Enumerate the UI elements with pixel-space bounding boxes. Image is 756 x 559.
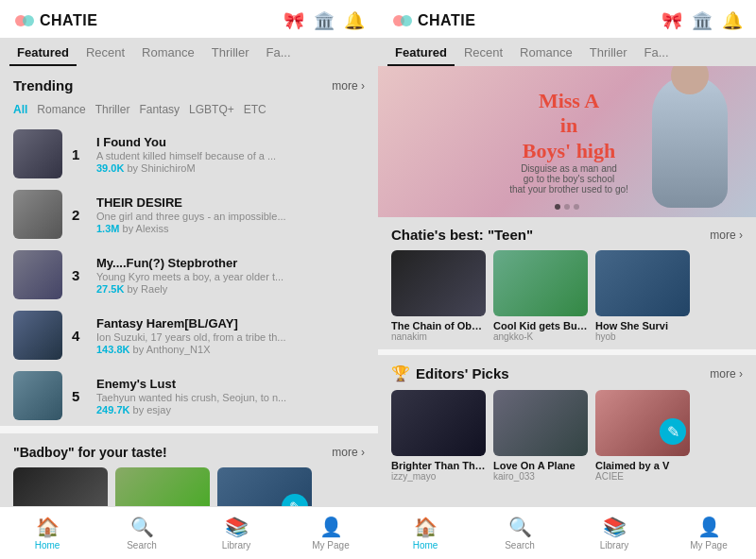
svg-point-1 [23,15,34,26]
hero-banner[interactable]: Miss AinBoys' high Disguise as a man and… [378,66,756,217]
mypage-label-right: My Page [690,540,727,551]
item-1-count: 39.0K [96,162,124,174]
tab-recent-left[interactable]: Recent [78,38,132,65]
chatie-logo-icon [13,9,36,32]
trending-item-4[interactable]: 4 Fantasy Harem[BL/GAY] Ion Suzuki, 17 y… [0,305,378,365]
item-3-count: 27.5K [96,283,124,295]
editors-book-1[interactable]: Brighter Than The... izzy_mayo [391,390,486,482]
tab-thriller-left[interactable]: Thriller [204,38,257,65]
dot-2[interactable] [564,204,570,210]
library-label-left: Library [222,540,251,551]
tab-more-right[interactable]: Fa... [636,38,676,65]
trending-more[interactable]: more › [332,79,365,93]
thumb-4 [13,311,62,360]
best-title-2: Cool Kid gets Bull... [493,320,588,331]
item-2-meta: 1.3M by Alexiss [96,223,365,234]
item-2-title: THEIR DESIRE [96,195,365,210]
best-more[interactable]: more › [710,229,743,242]
tab-featured-right[interactable]: Featured [387,38,455,65]
trending-item-2[interactable]: 2 THEIR DESIRE One girl and three guys -… [0,184,378,245]
bell-icon[interactable]: 🔔 [344,10,365,31]
library-icon-left: 📚 [225,516,249,538]
item-1-desc: A student killed himself because of a ..… [96,150,365,161]
best-title: Chatie's best: "Teen" [391,227,533,243]
dot-3[interactable] [574,204,579,210]
nav-search-right[interactable]: 🔍 Search [472,516,567,551]
nav-library-left[interactable]: 📚 Library [189,516,284,551]
left-bottom-nav: 🏠 Home 🔍 Search 📚 Library 👤 My Page [0,506,378,559]
hero-dots [555,204,579,210]
nav-home-left[interactable]: 🏠 Home [0,516,94,551]
best-cover-1 [391,250,486,316]
item-1-author: by ShinichiroM [127,162,195,174]
hero-text-area: Miss AinBoys' high Disguise as a man and… [378,79,756,204]
best-author-1: nanakim [391,331,486,342]
nav-mypage-left[interactable]: 👤 My Page [284,516,378,551]
item-3-desc: Young Kyro meets a boy, a year older t..… [96,271,365,282]
item-2-desc: One girl and three guys - an impossible.… [96,211,365,222]
right-header: CHATIE 🎀 🏛️ 🔔 [378,0,756,38]
nav-home-right[interactable]: 🏠 Home [378,516,472,551]
store-icon[interactable]: 🏛️ [314,10,335,31]
best-book-1[interactable]: The Chain of Obs... nanakim [391,250,486,342]
rank-1: 1 [72,146,87,162]
nav-library-right[interactable]: 📚 Library [567,516,662,551]
dot-1[interactable] [555,204,560,210]
editors-more[interactable]: more › [710,367,743,381]
tab-featured-left[interactable]: Featured [9,38,77,65]
rank-5: 5 [72,388,87,404]
add-button-right[interactable]: ✎ [660,418,686,445]
trending-item-5[interactable]: 5 Enemy's Lust Taehyun wanted his crush,… [0,365,378,426]
library-label-right: Library [600,540,629,551]
nav-mypage-right[interactable]: 👤 My Page [662,516,756,551]
item-5-title: Enemy's Lust [96,377,365,391]
gift-icon[interactable]: 🎀 [284,10,304,31]
editors-title: Editors' Picks [416,365,509,381]
tab-more-left[interactable]: Fa... [258,38,298,65]
item-5-info: Enemy's Lust Taehyun wanted his crush, S… [96,377,365,415]
item-3-meta: 27.5K by Raely [96,283,365,295]
filter-lgbtq[interactable]: LGBTQ+ [189,103,234,116]
filter-thriller[interactable]: Thriller [95,103,130,116]
rank-2: 2 [72,207,87,223]
home-label-right: Home [413,540,438,551]
best-section: Chatie's best: "Teen" more › The Chain o… [378,217,756,349]
tab-romance-right[interactable]: Romance [512,38,580,65]
item-4-title: Fantasy Harem[BL/GAY] [96,316,365,330]
mypage-icon-right: 👤 [697,516,721,538]
left-logo-text: CHATIE [40,12,97,29]
rank-3: 3 [72,267,87,283]
filter-etc[interactable]: ETC [244,103,266,116]
filter-romance[interactable]: Romance [37,103,85,116]
trending-item-1[interactable]: 1 I Found You A student killed himself b… [0,124,378,184]
editors-book-3[interactable]: ✎ Claimed by a V ACIEE [595,390,690,482]
thumb-1 [13,129,62,178]
filter-all[interactable]: All [13,103,27,116]
tab-romance-left[interactable]: Romance [134,38,202,65]
tab-thriller-right[interactable]: Thriller [582,38,635,65]
trending-title: Trending [13,77,73,93]
bell-icon-right[interactable]: 🔔 [722,10,743,31]
tab-recent-right[interactable]: Recent [456,38,510,65]
editors-book-2[interactable]: Love On A Plane kairo_033 [493,390,588,482]
nav-search-left[interactable]: 🔍 Search [94,516,189,551]
mypage-label-left: My Page [312,540,349,551]
best-books: The Chain of Obs... nanakim Cool Kid get… [391,250,743,342]
item-5-desc: Taehyun wanted his crush, Seojun, to n..… [96,392,365,403]
trending-item-3[interactable]: 3 My....Fun(?) Stepbrother Young Kyro me… [0,245,378,305]
search-icon-left: 🔍 [130,516,154,538]
badboy-more[interactable]: more › [332,446,365,459]
home-label-left: Home [35,540,60,551]
gift-icon-right[interactable]: 🎀 [662,10,682,31]
search-icon-right: 🔍 [508,516,532,538]
best-book-3[interactable]: How She Survi hyob [595,250,690,342]
right-content: Miss AinBoys' high Disguise as a man and… [378,66,756,559]
item-5-meta: 249.7K by esjay [96,404,365,415]
thumb-5 [13,371,62,420]
store-icon-right[interactable]: 🏛️ [692,10,713,31]
left-header: CHATIE 🎀 🏛️ 🔔 [0,0,378,38]
filter-fantasy[interactable]: Fantasy [139,103,180,116]
item-2-info: THEIR DESIRE One girl and three guys - a… [96,195,365,234]
best-book-2[interactable]: Cool Kid gets Bull... angkko-K [493,250,588,342]
thumb-2 [13,190,62,239]
